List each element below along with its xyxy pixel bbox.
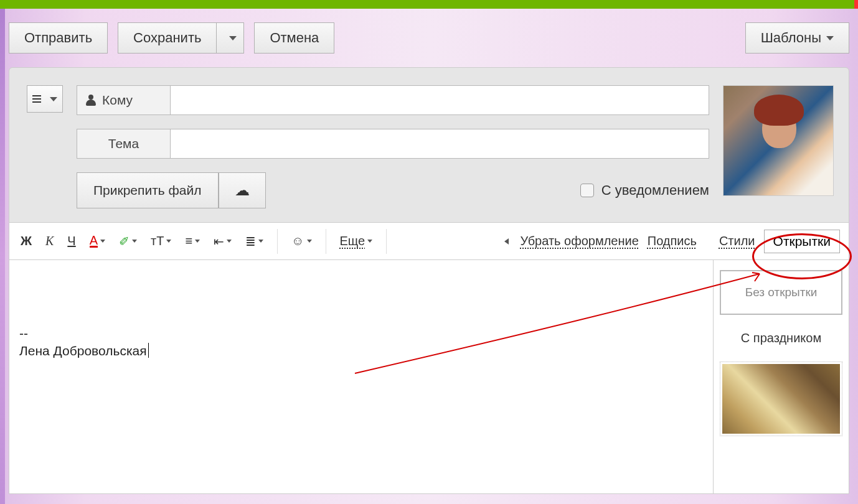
person-icon <box>86 95 96 106</box>
toolbar-separator <box>326 229 326 254</box>
bold-button[interactable]: Ж <box>18 231 34 251</box>
caret-down-icon <box>307 240 312 243</box>
save-button-group: Сохранить <box>118 22 244 54</box>
no-postcard-option[interactable]: Без открытки <box>720 270 842 315</box>
attach-file-button[interactable]: Прикрепить файл <box>77 172 219 208</box>
to-field-row: Кому <box>77 85 709 115</box>
save-button[interactable]: Сохранить <box>118 22 217 54</box>
subject-field-row: Тема <box>77 129 709 159</box>
collapse-left-icon[interactable] <box>504 238 509 245</box>
caret-down-icon <box>100 240 105 243</box>
toolbar-separator <box>277 229 278 254</box>
caret-down-icon <box>229 36 237 40</box>
to-input[interactable] <box>170 85 709 115</box>
action-bar: Отправить Сохранить Отмена Шаблоны <box>0 9 858 67</box>
signature-separator: -- <box>19 325 703 342</box>
postcards-button[interactable]: Открытки <box>764 230 840 253</box>
more-label: Еще <box>340 234 365 248</box>
left-purple-edge <box>0 9 5 504</box>
toolbar-separator <box>386 229 387 254</box>
cancel-button[interactable]: Отмена <box>254 22 334 54</box>
signature-link[interactable]: Подпись <box>648 234 697 248</box>
subject-input[interactable] <box>170 129 709 159</box>
text-cursor <box>148 343 149 358</box>
save-dropdown-button[interactable] <box>217 22 244 54</box>
caret-down-icon <box>166 240 171 243</box>
caret-down-icon <box>132 240 137 243</box>
postcard-thumbnail[interactable] <box>720 362 842 436</box>
font-size-button[interactable]: тТ <box>148 231 174 251</box>
compose-left-column <box>27 85 63 208</box>
to-label[interactable]: Кому <box>77 85 170 115</box>
to-label-text: Кому <box>102 93 133 108</box>
list-button[interactable]: ≣ <box>243 231 266 251</box>
notify-wrap: С уведомлением <box>580 182 709 198</box>
font-size-icon: тТ <box>151 234 164 248</box>
notify-checkbox[interactable] <box>580 184 594 197</box>
remove-formatting-link[interactable]: Убрать оформление <box>520 234 638 248</box>
hamburger-icon <box>32 93 41 105</box>
attach-row: Прикрепить файл ☁ С уведомлением <box>77 172 709 208</box>
sender-avatar[interactable] <box>723 85 834 196</box>
notify-label: С уведомлением <box>601 182 709 198</box>
postcard-category-label: С праздником <box>720 326 842 350</box>
subject-label: Тема <box>77 129 170 159</box>
italic-button[interactable]: К <box>43 231 56 251</box>
templates-button[interactable]: Шаблоны <box>745 22 849 54</box>
caret-down-icon <box>50 97 57 101</box>
format-toolbar: Ж К Ч А ✐ тТ ≡ ⇤ ≣ ☺ Еще Убрать оформлен… <box>9 223 849 260</box>
caret-down-icon <box>367 240 372 243</box>
highlight-button[interactable]: ✐ <box>116 231 139 251</box>
message-editor[interactable]: -- Лена Добровольская <box>9 260 713 493</box>
font-color-icon: А <box>90 235 98 248</box>
font-color-button[interactable]: А <box>87 232 108 250</box>
right-red-edge <box>854 0 858 9</box>
caret-down-icon <box>227 240 232 243</box>
postcard-panel: Без открытки С праздником <box>713 260 849 493</box>
caret-down-icon <box>258 240 263 243</box>
attach-cloud-button[interactable]: ☁ <box>219 172 266 208</box>
emoji-button[interactable]: ☺ <box>289 231 314 251</box>
send-button[interactable]: Отправить <box>9 22 108 54</box>
cloud-icon: ☁ <box>235 182 250 199</box>
caret-down-icon <box>826 36 834 40</box>
body-area: -- Лена Добровольская Без открытки С пра… <box>9 260 849 494</box>
more-button[interactable]: Еще <box>337 231 375 251</box>
compose-fields: Кому Тема Прикрепить файл ☁ С уведомлени… <box>77 85 709 208</box>
recipients-options-button[interactable] <box>27 85 63 113</box>
postcard-image <box>722 364 840 434</box>
align-button[interactable]: ≡ <box>182 231 202 251</box>
underline-button[interactable]: Ч <box>65 231 78 251</box>
compose-panel: Кому Тема Прикрепить файл ☁ С уведомлени… <box>9 67 849 223</box>
attach-button-group: Прикрепить файл ☁ <box>77 172 266 208</box>
caret-down-icon <box>195 240 200 243</box>
styles-link[interactable]: Стили <box>719 234 755 248</box>
signature-text: Лена Добровольская <box>19 342 703 360</box>
top-green-bar <box>0 0 858 9</box>
indent-button[interactable]: ⇤ <box>211 231 234 251</box>
templates-label: Шаблоны <box>761 30 821 46</box>
